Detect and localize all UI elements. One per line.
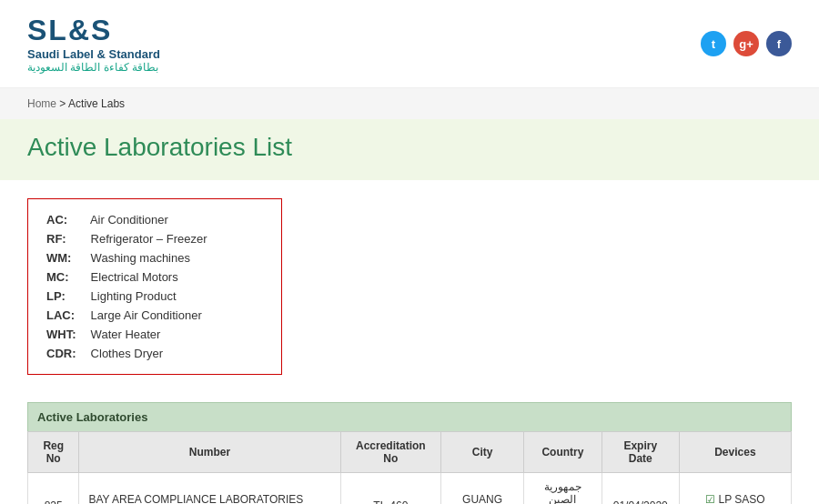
breadcrumb: Home > Active Labs: [0, 88, 819, 119]
cell-city: GUANG DONG: [441, 473, 524, 505]
legend-code: WM:: [46, 251, 87, 265]
legend-item: MC: Electrical Motors: [46, 270, 263, 284]
social-icons: t g+ f: [701, 31, 792, 56]
facebook-icon[interactable]: f: [766, 31, 792, 56]
legend-code: WHT:: [46, 328, 87, 341]
table-column-header: City: [441, 432, 524, 473]
legend-desc: Washing machines: [87, 251, 190, 265]
legend-desc: Air Conditioner: [87, 213, 168, 227]
cell-expiry: 01/04/2020: [602, 473, 679, 505]
table-section-title: Active Laboratories: [27, 402, 792, 431]
cell-acc-no: TL-460: [340, 473, 440, 505]
legend-item: WHT: Water Heater: [46, 328, 263, 341]
breadcrumb-current: Active Labs: [68, 97, 125, 110]
legend-item: AC: Air Conditioner: [46, 213, 263, 227]
gplus-icon[interactable]: g+: [733, 31, 759, 56]
legend-desc: Refrigerator – Freezer: [87, 232, 207, 246]
table-column-header: Number: [79, 432, 340, 473]
cell-devices: ☑ LP SASO 2870:2015: [679, 473, 791, 505]
breadcrumb-home[interactable]: Home: [27, 97, 56, 110]
legend-item: RF: Refrigerator – Freezer: [46, 232, 263, 246]
title-area: Active Laboratories List: [0, 119, 819, 180]
logo-text: SL&S: [27, 14, 160, 47]
logo-arabic: بطاقة كفاءة الطاقة السعودية: [27, 61, 160, 74]
legend-item: CDR: Clothes Dryer: [46, 347, 263, 360]
legend-code: MC:: [46, 270, 87, 284]
page-title: Active Laboratories List: [27, 133, 792, 162]
legend-desc: Water Heater: [87, 328, 160, 341]
legend-code: AC:: [46, 213, 87, 227]
cell-reg-no: 825: [28, 473, 79, 505]
cell-country: جمهورية الصين- الشعبية -China: [524, 473, 602, 505]
cell-number: BAY AREA COMPLIANCE LABORATORIES CORP (D…: [79, 473, 340, 505]
logo-subtitle: Saudi Label & Standard: [27, 47, 160, 61]
table-column-header: Reg No: [28, 432, 79, 473]
legend-item: WM: Washing machines: [46, 251, 263, 265]
legend-code: CDR:: [46, 347, 87, 360]
breadcrumb-separator: >: [59, 97, 68, 110]
legend-code: LP:: [46, 289, 87, 303]
legend-code: RF:: [46, 232, 87, 246]
table-column-header: Country: [524, 432, 602, 473]
legend-code: LAC:: [46, 308, 87, 322]
table-column-header: Devices: [679, 432, 791, 473]
legend-item: LP: Lighting Product: [46, 289, 263, 303]
table-column-header: Expiry Date: [602, 432, 679, 473]
legend-desc: Clothes Dryer: [87, 347, 163, 360]
device-checkbox: ☑: [705, 493, 715, 504]
legend-desc: Lighting Product: [87, 289, 177, 303]
active-labs-table: Reg NoNumberAccreditation NoCityCountryE…: [27, 431, 792, 504]
legend-desc: Large Air Conditioner: [87, 308, 202, 322]
legend-desc: Electrical Motors: [87, 270, 178, 284]
table-row: 825BAY AREA COMPLIANCE LABORATORIES CORP…: [28, 473, 792, 505]
logo-area: SL&S Saudi Label & Standard بطاقة كفاءة …: [27, 14, 160, 74]
table-section: Active Laboratories Reg NoNumberAccredit…: [27, 402, 792, 504]
legend-item: LAC: Large Air Conditioner: [46, 308, 263, 322]
legend-box: AC: Air ConditionerRF: Refrigerator – Fr…: [27, 198, 282, 375]
twitter-icon[interactable]: t: [701, 31, 726, 56]
site-header: SL&S Saudi Label & Standard بطاقة كفاءة …: [0, 0, 819, 88]
table-column-header: Accreditation No: [340, 432, 440, 473]
